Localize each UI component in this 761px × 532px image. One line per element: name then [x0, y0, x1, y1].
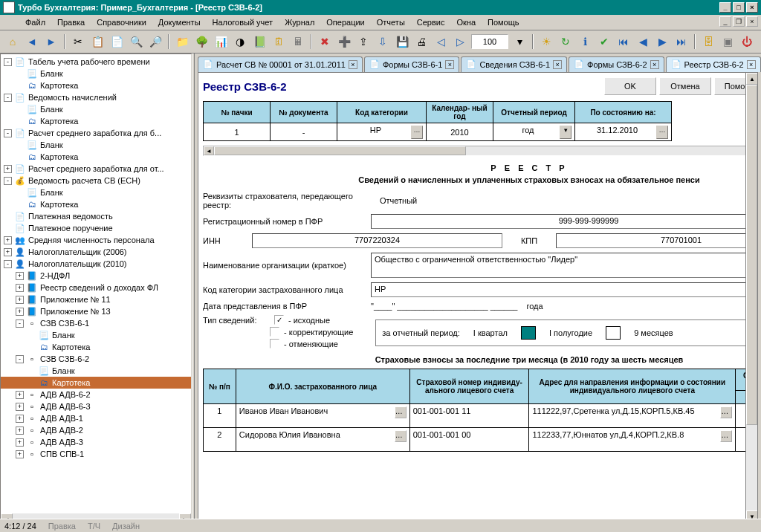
table-row[interactable]: 1 Иванов Иван Иванович… 001-001-001 11 1… — [204, 404, 759, 428]
tree-item[interactable]: -▫СЗВ СЗВ-6-2 — [1, 353, 191, 365]
cancel-button[interactable]: Отмена — [659, 77, 711, 95]
tree-item[interactable]: +📄Расчет среднего заработка для от... — [1, 163, 191, 175]
expand-icon[interactable]: + — [16, 308, 24, 316]
pv-packno[interactable]: 1 — [204, 123, 271, 141]
zoom-combo[interactable] — [471, 34, 508, 49]
tree-item[interactable]: 📃Бланк — [1, 365, 191, 377]
tree-item[interactable]: 🗂Картотека — [1, 377, 191, 389]
first-icon[interactable]: ⏮ — [615, 33, 632, 50]
mdi-minimize[interactable]: _ — [719, 16, 731, 27]
tree-item[interactable]: -💰Ведомость расчета СВ (ЕСН) — [1, 175, 191, 186]
vscroll[interactable]: ▲ ▼ — [745, 73, 757, 522]
tree-item[interactable]: +📘2-НДФЛ — [1, 270, 191, 282]
tab-close-icon[interactable]: × — [553, 60, 562, 69]
paste-icon[interactable]: 📄 — [109, 33, 125, 50]
tab[interactable]: 📄Расчет СВ № 00001 от 31.01.2011× — [198, 56, 363, 72]
cell-fio[interactable]: Сидорова Юлия Ивановна… — [236, 428, 409, 452]
prev-icon[interactable]: ◁ — [433, 33, 449, 50]
tree-item[interactable]: +📘Реестр сведений о доходах ФЛ — [1, 282, 191, 293]
tree-item[interactable]: 📃Бланк — [1, 186, 191, 198]
opendb-icon[interactable]: 🗄 — [700, 33, 716, 50]
exit-icon[interactable]: ⏻ — [739, 33, 755, 50]
save-icon[interactable]: 💾 — [394, 33, 410, 50]
calc2-icon[interactable]: 🖩 — [290, 33, 306, 50]
expand-icon[interactable]: + — [16, 450, 24, 458]
tab[interactable]: 📄Формы СЗВ-6-1× — [364, 56, 460, 72]
menu-docs[interactable]: Документы — [152, 16, 207, 28]
mdi-close[interactable]: × — [746, 16, 758, 27]
del-icon[interactable]: ✖ — [317, 33, 333, 50]
print-icon[interactable]: 🖨 — [413, 33, 430, 50]
tree-item[interactable]: +▫СПВ СПВ-1 — [1, 448, 191, 460]
menu-reports[interactable]: Отчеты — [371, 16, 411, 28]
chk-otm[interactable] — [270, 339, 279, 348]
prev2-icon[interactable]: ◀ — [635, 33, 651, 50]
tree-item[interactable]: 🗂Картотека — [1, 198, 191, 210]
fld-org[interactable]: Общество с ограниченной ответственностью… — [371, 253, 758, 278]
tree-item[interactable]: +▫АДВ АДВ-1 — [1, 412, 191, 424]
tree-item[interactable]: -▫СЗВ СЗВ-6-1 — [1, 317, 191, 329]
copy-icon[interactable]: 📋 — [89, 33, 106, 50]
tree-item[interactable]: +📘Приложение № 13 — [1, 305, 191, 317]
tree-item[interactable]: +📘Приложение № 11 — [1, 293, 191, 305]
next-icon[interactable]: ▷ — [452, 33, 468, 50]
period-kv[interactable] — [521, 326, 536, 340]
expand-icon[interactable]: + — [16, 284, 24, 292]
tab-close-icon[interactable]: × — [650, 60, 659, 69]
fld-cat[interactable]: НР — [371, 282, 758, 297]
tree-item[interactable]: -👤Налогоплательщик (2010) — [1, 258, 191, 270]
findnext-icon[interactable]: 🔎 — [147, 33, 163, 50]
expand-icon[interactable]: + — [16, 296, 24, 304]
pv-period[interactable]: год▾ — [493, 123, 575, 141]
tree-item[interactable]: 📃Бланк — [1, 329, 191, 341]
menu-tax[interactable]: Налоговый учет — [207, 16, 279, 28]
lookup-icon[interactable]: … — [395, 406, 407, 418]
fwd-icon[interactable]: ► — [43, 33, 59, 50]
calc-icon[interactable]: 🗓 — [271, 33, 287, 50]
star-icon[interactable]: ☀ — [538, 33, 554, 50]
menu-ops[interactable]: Операции — [320, 16, 370, 28]
expand-icon[interactable]: + — [16, 272, 24, 280]
chk-korr[interactable] — [270, 327, 279, 337]
expand-icon[interactable]: - — [4, 94, 12, 102]
date-blank[interactable]: "____" ____________________ ______ — [371, 302, 517, 311]
pv-date[interactable]: 31.12.2010… — [575, 123, 672, 141]
pv-cat[interactable]: НР… — [337, 123, 427, 141]
pie-icon[interactable]: ◑ — [232, 33, 248, 50]
tree-icon[interactable]: 🌳 — [193, 33, 210, 50]
tab[interactable]: 📄Реестр СЗВ-6-2× — [666, 56, 761, 72]
params-hscroll[interactable]: ◄► — [203, 146, 758, 156]
tab-close-icon[interactable]: × — [445, 60, 454, 69]
tree-item[interactable]: +▫АДВ АДВ-6-2 — [1, 389, 191, 400]
ok-button[interactable]: OK — [604, 77, 656, 95]
menu-service[interactable]: Сервис — [411, 16, 451, 28]
find-icon[interactable]: 🔍 — [128, 33, 144, 50]
check-icon[interactable]: ✔ — [596, 33, 612, 50]
expand-icon[interactable]: - — [4, 58, 12, 66]
tree-item[interactable]: 📄Платежная ведомость — [1, 210, 191, 222]
menu-help[interactable]: Помощь — [482, 16, 525, 28]
cell-addr[interactable]: 112233,77,Юннатов ул,Д.4,КОРП.2,КВ.8… — [529, 428, 736, 452]
tree-item[interactable]: 📃Бланк — [1, 103, 191, 115]
tree-item[interactable]: 📃Бланк — [1, 139, 191, 151]
fld-kpp[interactable]: 770701001 — [556, 233, 758, 248]
menu-refs[interactable]: Справочники — [91, 16, 152, 28]
import-icon[interactable]: ⇩ — [375, 33, 391, 50]
zoomdrop-icon[interactable]: ▾ — [511, 33, 528, 50]
home-icon[interactable]: ⌂ — [4, 33, 21, 50]
tree-item[interactable]: +▫АДВ АДВ-6-3 — [1, 400, 191, 412]
tab[interactable]: 📄Сведения СЗВ-6-1× — [461, 56, 567, 72]
menu-file[interactable]: Файл — [19, 16, 51, 28]
expand-icon[interactable]: + — [16, 438, 24, 447]
window-icon[interactable]: ▣ — [719, 33, 736, 50]
menu-edit[interactable]: Правка — [51, 16, 91, 28]
export-icon[interactable]: ⇪ — [355, 33, 372, 50]
tree-item[interactable]: 🗂Картотека — [1, 115, 191, 127]
tree-item[interactable]: +👤Налогоплательщик (2006) — [1, 246, 191, 258]
tab-close-icon[interactable]: × — [747, 60, 756, 69]
cell-ins[interactable]: 001-001-001 00 — [409, 428, 529, 452]
tree-item[interactable]: 📃Бланк — [1, 68, 191, 80]
expand-icon[interactable]: - — [4, 260, 12, 268]
tree-item[interactable]: +👥Средняя численность персонала — [1, 234, 191, 246]
tab[interactable]: 📄Формы СЗВ-6-2× — [569, 56, 664, 72]
